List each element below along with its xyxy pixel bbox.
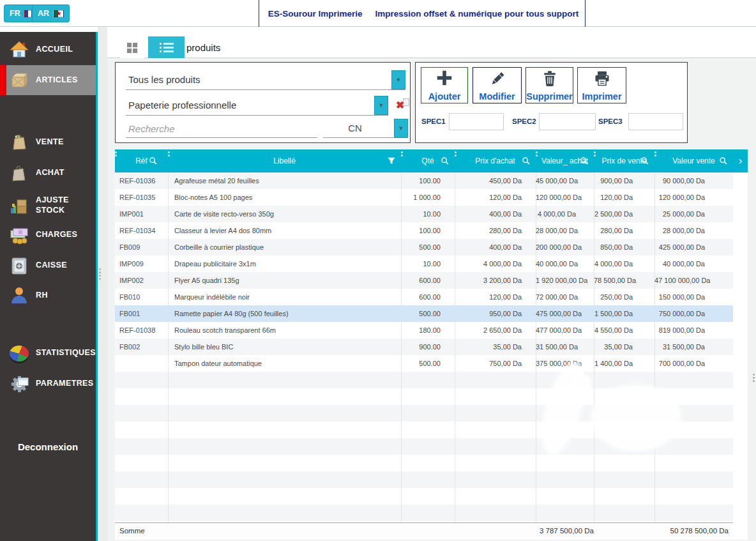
table-row[interactable]: FB010Marqueur indélébile noir600.00120,0…: [115, 289, 733, 305]
table-row[interactable]: IMP002Flyer A5 quadri 135g600.003 200,00…: [115, 272, 733, 289]
spec3-input[interactable]: [628, 113, 683, 130]
product-filter-combo[interactable]: Tous les produits ▼: [126, 70, 405, 90]
search-input[interactable]: [126, 120, 317, 138]
column-resize-handle[interactable]: [536, 151, 538, 153]
table-row[interactable]: REF-01038Rouleau scotch transparent 66m1…: [115, 322, 733, 339]
search-icon[interactable]: [640, 156, 649, 165]
cell-prix_vente: 900,00 Da: [594, 172, 654, 189]
cell-ref: REF-01036: [115, 172, 168, 189]
column-resize-handle[interactable]: [594, 151, 596, 153]
clear-filter-icon[interactable]: ✖: [395, 98, 409, 112]
sidebar-item-vente[interactable]: VENTE: [0, 128, 96, 157]
table-row[interactable]: IMP001Carte de visite recto-verso 350g10…: [115, 206, 733, 222]
column-header-1[interactable]: Libellé: [168, 149, 401, 172]
cell-qte: 10.00: [401, 255, 455, 272]
search-icon[interactable]: [522, 156, 531, 165]
table-row[interactable]: FB009Corbeille à courrier plastique500.0…: [115, 239, 733, 255]
total-valeur-achat: 3 787 500,00 Da: [540, 522, 594, 540]
spec2-input[interactable]: [539, 113, 596, 130]
chevron-down-icon[interactable]: ▼: [391, 70, 405, 89]
column-header-label: Qté: [421, 156, 434, 165]
person-icon: [8, 285, 30, 307]
tab-title: produits: [186, 36, 220, 58]
sidebar-item-label: CAISSE: [36, 261, 67, 271]
sidebar-item-statistiques[interactable]: STATISTIQUES: [0, 339, 96, 368]
column-resize-handle[interactable]: [168, 151, 170, 153]
cell-libelle: Classeur à levier A4 dos 80mm: [168, 222, 401, 239]
search-icon[interactable]: [719, 156, 728, 165]
edit-button-label: Modifier: [479, 91, 515, 102]
cell-prix_vente: 4 550,00 Da: [594, 322, 654, 339]
table-row[interactable]: FB001Ramette papier A4 80g (500 feuilles…: [115, 305, 733, 322]
gear-icon: [8, 373, 30, 395]
sidebar-item-charges[interactable]: CHARGES: [0, 220, 96, 250]
algeria-flag-icon: ★: [53, 10, 64, 17]
column-header-4[interactable]: Valeur_ achat: [536, 149, 594, 172]
tab-grid-view[interactable]: [120, 38, 144, 58]
search-icon[interactable]: [441, 156, 450, 165]
table-row[interactable]: REF-01036Agrafeuse métal 20 feuilles100.…: [115, 172, 733, 189]
cell-valeur_vente: 28 000,00 Da: [654, 222, 733, 239]
topbar-divider: [259, 0, 259, 27]
cell-prix_vente: 1 400,00 Da: [594, 355, 654, 372]
column-header-3[interactable]: Prix d'achat: [455, 149, 536, 172]
chevron-down-icon[interactable]: ▼: [374, 96, 388, 115]
search-icon[interactable]: [580, 156, 589, 165]
grid-view-icon: [127, 43, 137, 53]
sidebar-item-articles[interactable]: ARTICLES: [0, 65, 96, 95]
logout-button[interactable]: Deconnexion: [0, 436, 96, 457]
delete-button-label: Supprimer: [526, 91, 573, 102]
sidebar-item-caisse[interactable]: CAISSE: [0, 251, 96, 280]
more-columns-icon[interactable]: ›: [733, 149, 748, 172]
active-item-indicator: [0, 65, 6, 95]
search-mode-combo[interactable]: CN ▼: [323, 119, 408, 138]
category-filter-combo[interactable]: Papeterie professionnelle ▼: [126, 96, 388, 116]
table-row[interactable]: REF-01034Classeur à levier A4 dos 80mm10…: [115, 222, 733, 239]
column-resize-handle[interactable]: [401, 151, 403, 153]
cell-prix_vente: 250,00 Da: [594, 289, 654, 305]
sidebar-gutter: [98, 27, 107, 541]
category-filter-value: Papeterie professionnelle: [128, 96, 236, 115]
column-resize-handle[interactable]: [455, 151, 457, 153]
plus-icon: [435, 68, 454, 90]
sidebar-item-parametres[interactable]: PARAMETRES: [0, 369, 96, 399]
column-header-2[interactable]: Qté: [401, 149, 455, 172]
column-header-5[interactable]: Prix de vente: [594, 149, 654, 172]
tab-list-view[interactable]: [148, 36, 185, 58]
table-row[interactable]: REF-01035Bloc-notes A5 100 pages1 000.00…: [115, 189, 733, 206]
column-resize-handle[interactable]: [115, 151, 117, 153]
splitter-handle[interactable]: [753, 374, 755, 376]
cell-ref: FB001: [115, 305, 168, 322]
filter-icon[interactable]: [387, 156, 396, 165]
sidebar-item-accueil[interactable]: ACCUEIL: [0, 35, 96, 65]
edit-button[interactable]: Modifier: [472, 67, 522, 103]
trash-icon: [541, 70, 559, 90]
sidebar: ACCUEIL ARTICLES VENTE: [0, 32, 96, 541]
cell-prix_achat: 400,00 Da: [455, 239, 536, 255]
sidebar-item-achat[interactable]: ACHAT: [0, 158, 96, 188]
splitter-handle[interactable]: [99, 268, 101, 270]
column-resize-handle[interactable]: [654, 151, 656, 153]
table-right-gutter: [733, 172, 748, 540]
app-title-main: ES-Sourour Imprimerie: [268, 9, 363, 19]
cell-prix_achat: 2 650,00 Da: [455, 322, 536, 339]
sidebar-item-rh[interactable]: RH: [0, 281, 96, 310]
cell-valeur_vente: 40 000,00 Da: [654, 255, 733, 272]
print-button-label: Imprimer: [582, 91, 621, 102]
delete-button[interactable]: Supprimer: [525, 67, 573, 103]
add-button[interactable]: Ajouter: [421, 67, 468, 103]
column-header-6[interactable]: Valeur vente: [654, 149, 733, 172]
table-row[interactable]: IMP009Drapeau publicitaire 3x1m10.004 00…: [115, 255, 733, 272]
spec1-input[interactable]: [449, 113, 504, 130]
column-header-0[interactable]: Réf: [115, 149, 168, 172]
search-icon[interactable]: [149, 156, 158, 165]
chevron-down-icon[interactable]: ▼: [394, 119, 408, 138]
print-button[interactable]: Imprimer: [577, 67, 626, 103]
cell-libelle: Ramette papier A4 80g (500 feuilles): [168, 305, 401, 322]
sidebar-item-ajuste-stock[interactable]: AJUSTE STOCK: [0, 187, 96, 224]
table-row[interactable]: Tampon dateur automatique500.00750,00 Da…: [115, 355, 733, 372]
language-ar-button[interactable]: AR ★: [32, 4, 70, 22]
cell-valeur_vente: 819 000,00 Da: [654, 322, 733, 339]
cell-valeur_vente: 700 000,00 Da: [654, 355, 733, 372]
table-row[interactable]: FB002Stylo bille bleu BIC900.0035,00 Da3…: [115, 339, 733, 355]
